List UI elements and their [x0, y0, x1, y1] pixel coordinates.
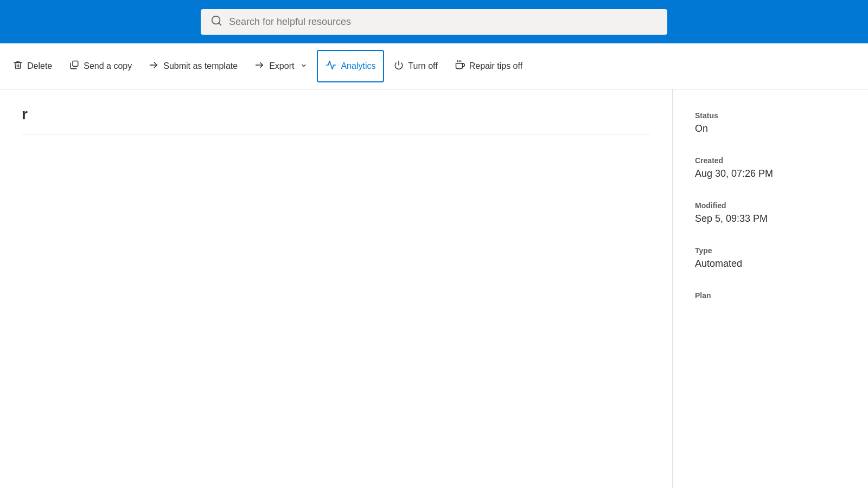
main-content: r Status On Created Aug 30, 07:26 PM Mod…: [0, 89, 868, 488]
send-copy-button[interactable]: Send a copy: [62, 50, 139, 82]
created-section: Created Aug 30, 07:26 PM: [695, 156, 846, 179]
plan-label: Plan: [695, 291, 846, 300]
status-value: On: [695, 123, 846, 134]
separator: [22, 134, 650, 134]
submit-template-label: Submit as template: [163, 61, 238, 71]
left-panel: r: [0, 89, 673, 488]
export-icon: [255, 60, 265, 73]
submit-template-icon: [149, 60, 159, 73]
top-bar: [0, 0, 868, 43]
repair-tips-label: Repair tips off: [469, 61, 522, 71]
export-label: Export: [269, 61, 294, 71]
search-box[interactable]: [201, 9, 667, 35]
page-title: r: [22, 106, 28, 123]
submit-template-button[interactable]: Submit as template: [142, 50, 245, 82]
type-value: Automated: [695, 258, 846, 269]
delete-button[interactable]: Delete: [5, 50, 60, 82]
status-section: Status On: [695, 111, 846, 134]
svg-line-1: [219, 23, 221, 25]
modified-label: Modified: [695, 201, 846, 210]
modified-value: Sep 5, 09:33 PM: [695, 213, 846, 224]
analytics-icon: [326, 60, 336, 73]
status-label: Status: [695, 111, 846, 120]
delete-label: Delete: [27, 61, 52, 71]
type-section: Type Automated: [695, 246, 846, 269]
plan-section: Plan: [695, 291, 846, 300]
right-sidebar: Status On Created Aug 30, 07:26 PM Modif…: [673, 89, 868, 488]
turn-off-button[interactable]: Turn off: [386, 50, 445, 82]
type-label: Type: [695, 246, 846, 255]
toolbar: Delete Send a copy Submit as template: [0, 43, 868, 89]
repair-tips-button[interactable]: Repair tips off: [448, 50, 530, 82]
send-copy-label: Send a copy: [84, 61, 132, 71]
created-label: Created: [695, 156, 846, 165]
analytics-label: Analytics: [341, 61, 375, 71]
export-chevron-icon: [301, 62, 307, 70]
search-input[interactable]: [229, 16, 658, 28]
send-copy-icon: [69, 60, 79, 73]
export-button[interactable]: Export: [247, 50, 315, 82]
delete-icon: [13, 60, 23, 73]
analytics-button[interactable]: Analytics: [317, 50, 384, 82]
turn-off-label: Turn off: [408, 61, 437, 71]
repair-tips-icon: [455, 60, 465, 73]
search-icon: [210, 15, 222, 29]
svg-rect-2: [73, 61, 78, 66]
turn-off-icon: [394, 60, 404, 73]
modified-section: Modified Sep 5, 09:33 PM: [695, 201, 846, 224]
created-value: Aug 30, 07:26 PM: [695, 168, 846, 179]
